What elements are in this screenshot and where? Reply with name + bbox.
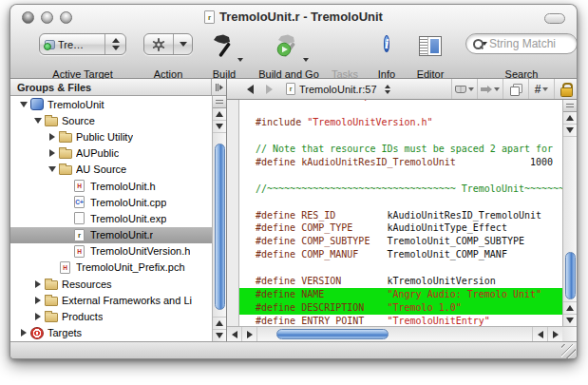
tree-row-public-utility[interactable]: Public Utility [10,128,212,144]
tree-row-aupublic[interactable]: AUPublic [10,145,212,162]
code-line[interactable] [239,103,562,116]
hscroll-thumb[interactable] [276,329,389,339]
toolbar-pill-button[interactable] [544,13,565,24]
action-menu-arrow[interactable] [173,34,192,54]
tree-row-products[interactable]: Products [10,308,212,324]
action-button[interactable] [143,33,193,55]
editor-scroll-down[interactable] [563,125,577,137]
history-forward-button[interactable] [259,82,278,97]
breakpoints-popup[interactable] [477,79,503,99]
editor-scrollbar[interactable] [562,100,577,326]
info-button[interactable]: i [384,33,389,54]
editor-button[interactable] [419,33,442,56]
counterpart-button[interactable] [503,79,528,99]
editor-scroll-up-bottom[interactable] [563,301,577,314]
folder-icon [45,313,58,322]
editor-hscrollbar[interactable] [227,326,562,341]
sidebar-scrollbar[interactable] [212,96,226,341]
hscroll-right[interactable] [242,327,257,341]
code-line[interactable] [239,261,562,275]
disclosure-triangle[interactable] [18,329,29,337]
disclosure-triangle[interactable] [32,280,44,288]
tree-row-tremolounit-exp[interactable]: TremoloUnit.exp [10,210,212,226]
window-bottom-bar [10,341,577,359]
tree-row-source[interactable]: Source [10,112,212,128]
document-proxy-icon[interactable]: r [204,10,215,24]
code-line[interactable] [239,169,562,183]
disclosure-triangle[interactable] [47,166,58,172]
info-circle-icon: i [384,35,389,52]
tree-row-tremolounit-r[interactable]: rTremoloUnit.r [10,227,212,243]
editor-scroll-down-bottom[interactable] [563,314,577,326]
editor-gutter [227,100,239,326]
sidebar-scroll-up-bottom[interactable] [213,317,226,329]
tree-row-resources[interactable]: Resources [10,276,212,292]
code-line[interactable]: //~~~~~~~~~~~~~~~~~~~~~~~~~~~~~~~~~ Trem… [239,183,562,196]
code-line[interactable]: #define COMP_MANUF TremoloUnit_COMP_MANF [239,248,562,261]
code-line[interactable]: #define ENTRY_POINT "TremoloUnitEntry" [239,315,562,326]
hscroll-left[interactable] [227,327,242,341]
build-button[interactable] [211,33,237,64]
tree-row-label: Products [62,311,103,322]
columns-toggle-icon[interactable] [211,79,226,95]
tasks-item: Tasks [332,33,357,50]
sidebar-scroll-up[interactable] [213,108,226,121]
code-area[interactable]: #include <AudioUnit/AudioUnit.r> #includ… [239,100,562,326]
line-stepper[interactable] [385,85,390,94]
folder-icon [45,117,58,126]
sidebar-scroll-down[interactable] [213,121,226,133]
tree-row-tremolounit-cpp[interactable]: C+TremoloUnit.cpp [10,194,212,210]
sidebar-scroll-down-bottom[interactable] [213,329,226,341]
disclosure-triangle[interactable] [47,149,58,157]
active-target-stepper[interactable] [104,34,125,54]
search-icon [472,38,481,50]
resize-grip[interactable] [561,344,576,358]
editor-scroll-up[interactable] [563,112,577,125]
code-line[interactable]: #include "TremoloUnitVersion.h" [239,116,562,129]
tree-row-au-source[interactable]: AU Source [10,162,212,178]
build-and-go-menu-arrow[interactable] [303,58,309,62]
code-line[interactable]: // Note that resource IDs must be spaced… [239,143,562,156]
code-line[interactable]: #define NAME "Angry Audio: Tremolo Unit" [239,288,562,301]
code-line[interactable]: #define RES_ID kAudioUnitResID_TremoloUn… [239,209,562,222]
tree-row-tremolounit[interactable]: TremoloUnit [10,96,212,112]
build-and-go-button[interactable] [275,33,303,64]
hscroll-left-end[interactable] [532,327,547,341]
file-history-popup[interactable]: r TremoloUnit.r:57 [286,83,377,95]
code-line[interactable]: #define DESCRIPTION "Tremolo 1.0" [239,301,562,315]
scrollbar-corner [562,326,577,341]
search-field[interactable] [465,33,578,54]
disclosure-triangle[interactable] [47,133,58,141]
sidebar-scroll-thumb[interactable] [215,144,225,310]
active-target-popup[interactable]: Tre… [39,33,126,55]
code-line[interactable]: #define kAudioUnitResID_TremoloUnit 1000 [239,156,562,169]
tree-row-tremolounitversion-h[interactable]: HTremoloUnitVersion.h [10,243,212,260]
lock-button[interactable] [554,79,577,99]
titlebar[interactable]: r TremoloUnit.r - TremoloUnit [10,5,577,29]
functions-popup[interactable] [451,79,477,99]
disclosure-triangle[interactable] [32,313,44,320]
code-line[interactable] [239,129,562,143]
disclosure-triangle[interactable] [18,102,29,107]
tree-row-targets[interactable]: Targets [10,325,212,341]
tree-row-label: TremoloUnit.h [90,181,156,192]
code-line[interactable]: #define COMP_SUBTYPE TremoloUnit_COMP_SU… [239,235,562,248]
tree-row-tremolounit-prefix-pch[interactable]: HTremoloUnit_Prefix.pch [10,260,212,276]
build-menu-arrow[interactable] [237,58,243,62]
tree-row-tremolounit-h[interactable]: HTremoloUnit.h [10,178,212,194]
line-number-popup[interactable]: # [528,79,554,99]
code-line[interactable] [239,196,562,209]
search-input[interactable] [489,37,571,50]
hscroll-right-end[interactable] [547,327,562,341]
editor-scroll-thumb[interactable] [565,252,576,299]
sidebar-split-control[interactable] [213,96,226,108]
disclosure-triangle[interactable] [32,297,44,304]
editor-split-control[interactable] [563,100,577,112]
active-target-value: Tre… [58,39,84,50]
file-h-icon: H [59,261,72,274]
history-back-button[interactable] [240,82,259,97]
code-line[interactable]: #define VERSION kTremoloUnitVersion [239,275,562,288]
tree-row-external-frameworks-and-li[interactable]: External Frameworks and Li [10,292,212,308]
code-line[interactable]: #define COMP_TYPE kAudioUnitType_Effect [239,221,562,235]
disclosure-triangle[interactable] [32,118,44,124]
